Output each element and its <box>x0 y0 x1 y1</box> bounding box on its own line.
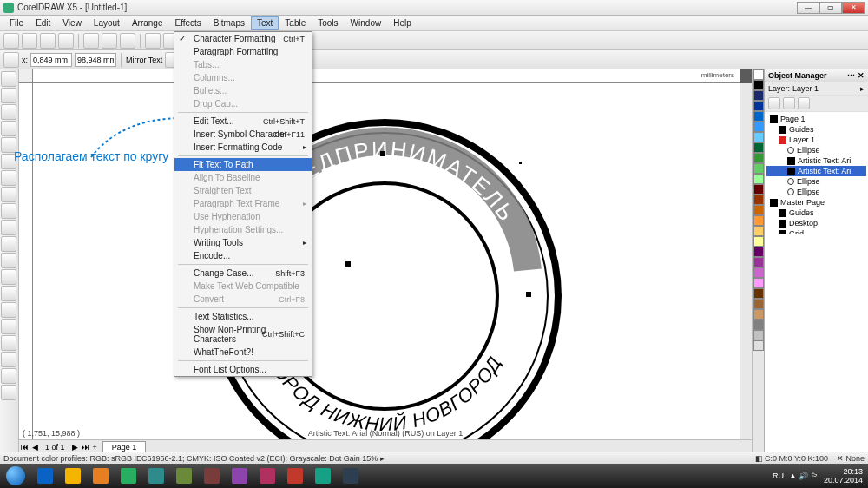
taskbar-app[interactable] <box>310 465 336 486</box>
tool-2[interactable] <box>1 104 16 120</box>
swatch[interactable] <box>753 174 764 184</box>
page-prev[interactable]: ◀ <box>30 443 40 452</box>
scrollbar-vertical[interactable] <box>740 83 752 439</box>
menu-tools[interactable]: Tools <box>312 16 344 30</box>
taskbar-app[interactable] <box>338 465 364 486</box>
prop-icon-1[interactable] <box>3 52 19 68</box>
page-last[interactable]: ⏭ <box>80 443 91 452</box>
tool-14[interactable] <box>1 302 16 318</box>
taskbar-app[interactable] <box>171 465 197 486</box>
tool-3[interactable] <box>1 121 16 136</box>
tool-8[interactable] <box>1 203 16 219</box>
ruler-origin[interactable] <box>19 69 33 83</box>
swatch[interactable] <box>753 320 764 330</box>
menu-edit[interactable]: Edit <box>30 16 56 30</box>
save-button[interactable] <box>40 33 56 49</box>
tool-12[interactable] <box>1 269 16 285</box>
swatch[interactable] <box>753 132 764 142</box>
menu-arrange[interactable]: Arrange <box>126 16 169 30</box>
menu-file[interactable]: File <box>3 16 30 30</box>
swatch[interactable] <box>753 111 764 122</box>
page-first[interactable]: ⏮ <box>19 443 30 452</box>
menu-item-change-case-[interactable]: Change Case...Shift+F3 <box>174 267 312 280</box>
swatch[interactable] <box>753 205 764 215</box>
tree-item[interactable]: Layer 1 <box>766 135 866 145</box>
tree-item[interactable]: Artistic Text: Ari <box>766 166 866 176</box>
page-next[interactable]: ▶ <box>70 443 80 452</box>
ruler-horizontal[interactable] <box>33 69 740 83</box>
taskbar-app[interactable] <box>60 465 86 486</box>
layer-dropdown-icon[interactable]: ▸ <box>860 84 865 93</box>
tool-16[interactable] <box>1 335 16 351</box>
tree-item[interactable]: Desktop <box>766 218 866 228</box>
swatch[interactable] <box>753 278 764 288</box>
swatch[interactable] <box>753 215 764 226</box>
swatch[interactable] <box>753 122 764 132</box>
tool-6[interactable] <box>1 170 16 186</box>
tray-icons[interactable]: ▲ 🔊 🏳 <box>789 472 819 480</box>
taskbar-app[interactable] <box>199 465 225 486</box>
swatch[interactable] <box>753 309 764 320</box>
swatch[interactable] <box>753 236 764 247</box>
tree-item[interactable]: Page 1 <box>766 114 866 124</box>
tool-9[interactable] <box>1 220 16 235</box>
new-button[interactable] <box>3 33 19 49</box>
swatch[interactable] <box>753 226 764 236</box>
tool-11[interactable] <box>1 253 16 268</box>
tree-item[interactable]: Ellipse <box>766 145 866 155</box>
tree-item[interactable]: Artistic Text: Ari <box>766 155 866 166</box>
tool-0[interactable] <box>1 71 16 87</box>
tray-lang[interactable]: RU <box>773 472 784 480</box>
tool-1[interactable] <box>1 88 16 103</box>
tool-10[interactable] <box>1 236 16 252</box>
swatch[interactable] <box>753 80 764 90</box>
menu-item-insert-formatting-code[interactable]: Insert Formatting Code▸ <box>174 141 312 154</box>
ruler-vertical[interactable] <box>19 83 33 457</box>
close-button[interactable]: ✕ <box>842 2 865 14</box>
tree-item[interactable]: Ellipse <box>766 187 866 197</box>
swatch[interactable] <box>753 69 764 80</box>
system-tray[interactable]: RU ▲ 🔊 🏳 20:13 20.07.2014 <box>773 467 868 485</box>
taskbar-app[interactable] <box>115 465 141 486</box>
swatch[interactable] <box>753 90 764 101</box>
swatch[interactable] <box>753 184 764 195</box>
swatch[interactable] <box>753 340 764 351</box>
menu-item-whatthefont-[interactable]: WhatTheFont?! <box>174 346 312 359</box>
copy-button[interactable] <box>102 33 117 49</box>
cut-button[interactable] <box>83 33 99 49</box>
taskbar-app[interactable] <box>32 465 58 486</box>
menu-item-paragraph-formatting[interactable]: Paragraph Formatting <box>174 45 312 58</box>
tray-clock[interactable]: 20:13 20.07.2014 <box>824 467 863 485</box>
view-btn-2[interactable] <box>783 97 795 109</box>
menu-item-text-statistics-[interactable]: Text Statistics... <box>174 310 312 323</box>
menu-table[interactable]: Table <box>279 16 312 30</box>
docker-menu-icon[interactable]: ⋯ ✕ <box>847 71 865 80</box>
menu-layout[interactable]: Layout <box>88 16 126 30</box>
menu-bitmaps[interactable]: Bitmaps <box>207 16 251 30</box>
maximize-button[interactable]: ▭ <box>819 2 842 14</box>
page-add[interactable]: + <box>91 443 99 452</box>
swatch[interactable] <box>753 267 764 278</box>
menu-window[interactable]: Window <box>345 16 388 30</box>
minimize-button[interactable]: — <box>797 2 819 14</box>
tool-18[interactable] <box>1 368 16 384</box>
taskbar-app[interactable] <box>282 465 308 486</box>
start-button[interactable] <box>0 464 31 488</box>
menu-item-fit-text-to-path[interactable]: Fit Text To Path <box>174 158 312 171</box>
menu-item-encode-[interactable]: Encode... <box>174 249 312 262</box>
swatch[interactable] <box>753 153 764 163</box>
swatch[interactable] <box>753 330 764 340</box>
taskbar-app[interactable] <box>88 465 114 486</box>
menu-view[interactable]: View <box>56 16 88 30</box>
tool-7[interactable] <box>1 187 16 202</box>
view-btn-1[interactable] <box>768 97 780 109</box>
object-tree[interactable]: Page 1GuidesLayer 1EllipseArtistic Text:… <box>765 112 868 234</box>
tool-19[interactable] <box>1 385 16 400</box>
swatch[interactable] <box>753 142 764 153</box>
taskbar-app[interactable] <box>227 465 253 486</box>
menu-item-insert-symbol-character[interactable]: Insert Symbol CharacterCtrl+F11 <box>174 128 312 141</box>
menu-effects[interactable]: Effects <box>168 16 207 30</box>
taskbar-app[interactable] <box>254 465 280 486</box>
height-input[interactable] <box>75 53 116 67</box>
menu-item-edit-text-[interactable]: Edit Text...Ctrl+Shift+T <box>174 115 312 128</box>
